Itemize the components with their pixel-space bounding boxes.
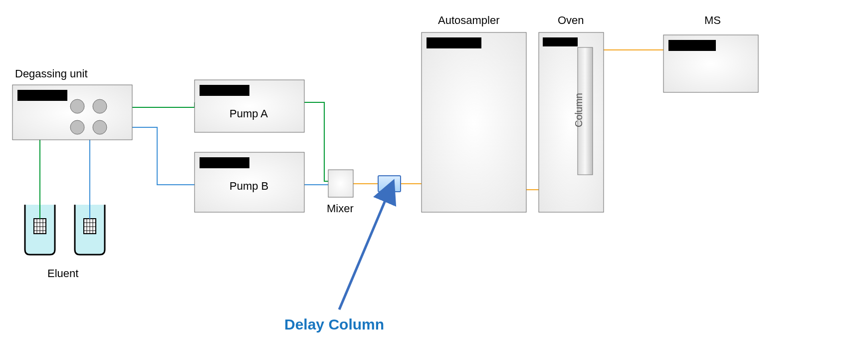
eluent-beaker-a [25,205,55,255]
oven-label: Oven [558,14,584,26]
ms-label: MS [704,14,721,26]
pump-b: Pump B [195,152,304,212]
svg-rect-31 [422,32,526,212]
degassing-label: Degassing unit [15,67,88,80]
svg-rect-29 [328,170,353,197]
svg-point-8 [93,120,107,134]
ms-detector [663,35,758,92]
degassing-unit [12,85,132,140]
pump-a: Pump A [195,80,304,132]
svg-rect-33 [539,32,604,212]
svg-point-7 [70,120,84,134]
mixer: Mixer [327,170,354,215]
svg-rect-34 [543,37,578,46]
svg-rect-26 [200,85,249,96]
hplc-diagram: Degassing unit Eluent Pump A Pump B Mixe… [0,0,868,346]
eluent-beaker-b [75,205,105,255]
svg-rect-36 [668,40,716,51]
delay-column-label: Delay Column [284,316,384,333]
column-label: Column [573,93,584,127]
svg-rect-28 [200,157,249,168]
pump-a-label: Pump A [229,107,268,120]
svg-point-5 [70,99,84,113]
svg-rect-32 [427,37,481,48]
oven: Column [539,32,604,212]
svg-rect-4 [17,90,67,101]
delay-column [378,176,401,192]
svg-rect-30 [378,176,401,192]
pump-b-label: Pump B [229,180,268,192]
mixer-label: Mixer [327,202,354,215]
autosampler [422,32,526,212]
autosampler-label: Autosampler [438,14,500,26]
svg-point-6 [93,99,107,113]
eluent-label: Eluent [47,267,78,280]
